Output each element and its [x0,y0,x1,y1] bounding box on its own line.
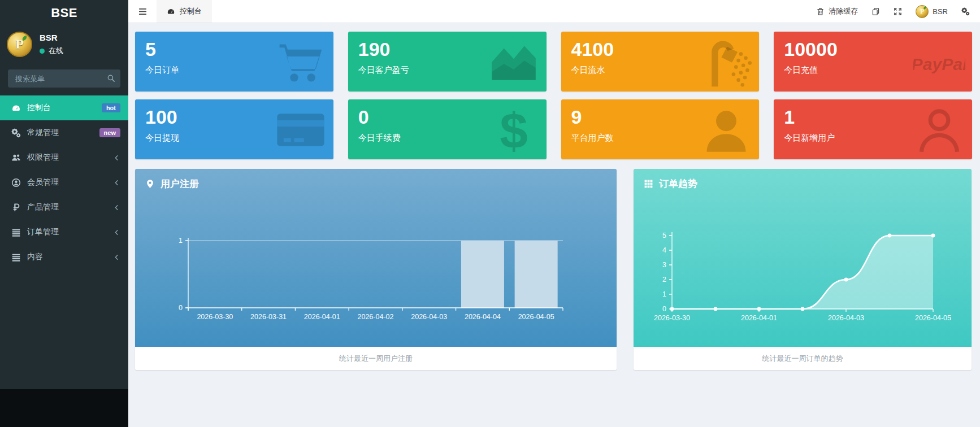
sidebar-item-label: 内容 [27,252,113,262]
svg-text:5: 5 [662,232,666,239]
svg-text:2026-04-05: 2026-04-05 [915,314,951,322]
stat-card-platform-users: 9平台用户数 [561,99,760,159]
sidebar-item-label: 常规管理 [27,128,99,138]
sidebar-item-label: 控制台 [27,103,102,113]
chart-footer: 统计最近一周用户注册 [135,347,617,370]
expand-icon [894,7,902,16]
stat-card-today-recharge: 10000今日充值PayPal [774,32,972,91]
svg-text:3: 3 [662,261,666,269]
avatar [916,5,929,18]
topbar: 控制台 清除缓存 BSR [128,0,980,23]
leaf-icon [923,6,927,9]
main-content: 5今日订单190今日客户盈亏4100今日流水10000今日充值PayPal100… [128,23,980,427]
stat-card-today-orders: 5今日订单 [135,32,333,91]
chart-title: 用户注册 [161,177,199,190]
svg-text:2026-04-04: 2026-04-04 [465,313,501,321]
svg-text:$: $ [500,104,528,156]
tab-dashboard[interactable]: 控制台 [157,0,212,23]
svg-text:2026-04-03: 2026-04-03 [828,314,864,322]
user-register-chart-panel: 用户注册 012026-03-302026-03-312026-04-01202… [135,169,617,370]
online-status-icon [40,49,45,54]
sidebar-menu: 控制台hot常规管理new权限管理会员管理产品管理订单管理内容 [0,95,128,269]
svg-text:2026-04-05: 2026-04-05 [518,313,554,321]
svg-text:2026-04-02: 2026-04-02 [358,313,394,321]
svg-text:0: 0 [662,305,666,313]
chart-title: 订单趋势 [659,177,697,190]
svg-text:2026-03-31: 2026-03-31 [250,313,287,321]
tachometer-icon [11,103,21,113]
badge-new: new [99,128,120,137]
svg-text:2026-04-01: 2026-04-01 [741,314,777,322]
svg-text:2: 2 [662,276,666,284]
sidebar-item-products[interactable]: 产品管理 [0,195,128,220]
svg-text:0: 0 [179,304,183,312]
chevron-left-icon [113,204,120,211]
stat-cards-grid: 5今日订单190今日客户盈亏4100今日流水10000今日充值PayPal100… [135,32,972,159]
tachometer-icon [167,7,175,16]
sidebar-toggle-button[interactable] [128,0,157,23]
fullscreen-button[interactable] [894,7,902,16]
svg-text:2026-03-30: 2026-03-30 [654,314,690,322]
stat-card-today-new-users: 1今日新增用户 [774,99,972,159]
search-icon[interactable] [107,74,115,82]
users-icon [11,153,21,163]
sidebar-item-content[interactable]: 内容 [0,245,128,269]
clear-cache-label: 清除缓存 [829,6,858,16]
sidebar-item-general[interactable]: 常规管理new [0,120,128,145]
brand-title: BSE [0,0,128,26]
avatar [7,32,32,57]
cogs-icon [11,128,21,138]
list-icon [11,252,21,262]
sidebar-item-label: 产品管理 [27,202,113,212]
ruble-icon [11,203,21,212]
paypal-icon: PayPal [913,36,965,88]
user-panel: BSR 在线 [0,26,128,65]
user-icon [700,104,752,156]
sidebar: BSE BSR 在线 控制台hot常规管理new权限管理会员管理产品管理订单管理… [0,0,128,427]
credit-card-icon [275,104,327,156]
gears-icon [961,7,970,16]
svg-text:2026-04-01: 2026-04-01 [304,313,340,321]
sidebar-item-label: 会员管理 [27,177,113,188]
settings-button[interactable] [961,7,970,16]
grid-icon [644,179,653,189]
svg-text:4: 4 [662,246,666,254]
list-icon [11,228,21,237]
svg-text:1: 1 [662,290,666,298]
map-marker-icon [145,179,155,189]
user-outline-icon [913,104,965,156]
stat-card-today-fee: 0今日手续费$ [348,99,547,159]
order-trend-line-chart: 0123452026-03-302026-04-012026-04-032026… [634,169,972,347]
badge-hot: hot [102,103,120,112]
copy-button[interactable] [871,7,880,16]
area-chart-icon [488,36,540,88]
sidebar-item-label: 订单管理 [27,227,113,237]
sidebar-item-label: 权限管理 [27,152,113,163]
user-name: BSR [40,33,63,42]
topbar-user-name: BSR [933,7,948,16]
user-circle-icon [11,178,21,188]
sidebar-bottom-strip [0,389,128,427]
chevron-left-icon [113,254,120,261]
user-menu[interactable]: BSR [916,5,948,18]
dollar-icon: $ [488,104,540,156]
svg-text:1: 1 [179,237,183,245]
chevron-left-icon [113,154,120,162]
tab-label: 控制台 [180,6,202,16]
sidebar-item-members[interactable]: 会员管理 [0,170,128,195]
user-register-bar-chart: 012026-03-302026-03-312026-04-012026-04-… [135,169,617,347]
stat-card-today-withdraw: 100今日提现 [135,99,333,159]
clear-cache-button[interactable]: 清除缓存 [816,6,858,16]
sidebar-item-orders[interactable]: 订单管理 [0,220,128,245]
sidebar-item-dashboard[interactable]: 控制台hot [0,95,128,120]
hamburger-icon [138,7,148,16]
search-input[interactable] [8,69,120,88]
cart-icon [275,36,327,88]
stat-card-today-flow: 4100今日流水 [561,32,760,91]
stat-card-today-pnl: 190今日客户盈亏 [348,32,547,91]
leaf-icon [21,36,28,41]
chevron-left-icon [113,179,120,186]
svg-text:PayPal: PayPal [913,55,965,73]
shower-icon [700,36,752,88]
sidebar-item-permissions[interactable]: 权限管理 [0,145,128,170]
